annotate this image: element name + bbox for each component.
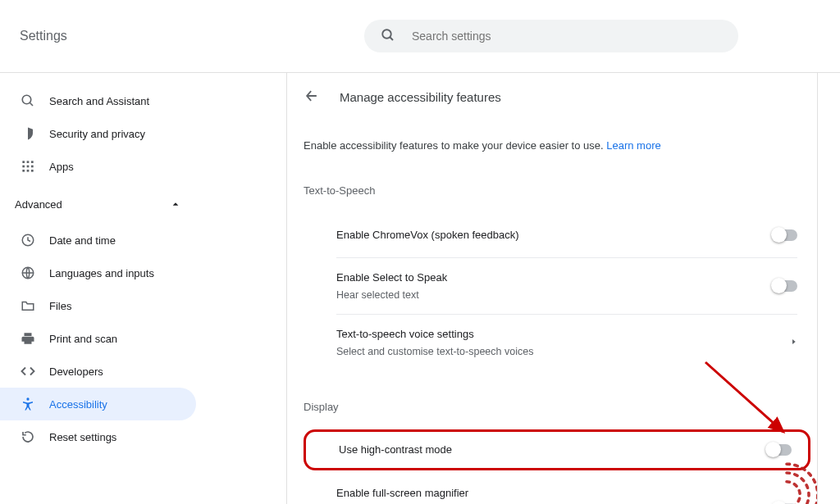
accessibility-icon [20, 396, 36, 412]
sidebar-item-label: Languages and inputs [49, 267, 154, 279]
sidebar-item-label: Developers [49, 366, 103, 378]
search-icon [381, 28, 395, 45]
sidebar-item-languages[interactable]: Languages and inputs [0, 257, 196, 289]
row-tts-voice-settings[interactable]: Text-to-speech voice settings Select and… [287, 315, 817, 370]
svg-point-15 [26, 397, 29, 400]
apps-icon [20, 158, 36, 175]
sidebar-item-label: Files [49, 300, 71, 312]
clock-icon [20, 232, 36, 248]
sidebar-item-print[interactable]: Print and scan [0, 322, 196, 355]
app-header: Settings [0, 0, 840, 73]
page-description: Enable accessibility features to make yo… [287, 139, 817, 152]
print-icon [20, 330, 36, 347]
chevron-up-icon [171, 198, 180, 211]
row-subtitle: Hear selected text [336, 288, 773, 303]
app-title: Settings [20, 29, 67, 43]
sidebar: Search and Assistant Security and privac… [0, 73, 286, 504]
sidebar-item-label: Security and privacy [49, 128, 145, 140]
sidebar-section-advanced[interactable]: Advanced [0, 188, 286, 220]
toggle-select-to-speak[interactable] [773, 280, 797, 292]
svg-line-1 [390, 37, 393, 40]
chevron-right-icon [790, 337, 797, 349]
sidebar-item-label: Search and Assistant [49, 95, 149, 107]
reset-icon [20, 429, 36, 445]
sidebar-item-label: Date and time [49, 234, 116, 247]
sidebar-item-security[interactable]: Security and privacy [0, 117, 196, 150]
shield-icon [20, 125, 36, 142]
sidebar-item-label: Reset settings [49, 431, 116, 443]
sidebar-item-files[interactable]: Files [0, 289, 196, 322]
svg-line-16 [705, 362, 783, 432]
row-chromevox: Enable ChromeVox (spoken feedback) [287, 213, 817, 257]
svg-point-2 [22, 95, 31, 104]
svg-rect-4 [22, 161, 25, 163]
back-arrow-icon[interactable] [304, 88, 320, 107]
sidebar-item-developers[interactable]: Developers [0, 355, 196, 388]
globe-icon [20, 265, 36, 281]
code-icon [20, 363, 36, 379]
toggle-high-contrast[interactable] [767, 444, 792, 456]
sidebar-item-apps[interactable]: Apps [0, 150, 196, 183]
search-icon [20, 93, 36, 109]
svg-rect-12 [31, 170, 34, 172]
sidebar-item-reset[interactable]: Reset settings [0, 420, 196, 453]
row-high-contrast: Use high-contrast mode [306, 432, 808, 468]
sidebar-item-search-assistant[interactable]: Search and Assistant [0, 84, 196, 117]
sidebar-item-date-time[interactable]: Date and time [0, 224, 196, 257]
row-title: Enable ChromeVox (spoken feedback) [336, 227, 773, 243]
page-header: Manage accessibility features [287, 88, 817, 107]
sidebar-item-label: Print and scan [49, 333, 117, 345]
search-input[interactable] [412, 20, 722, 52]
folder-icon [20, 297, 36, 314]
svg-rect-10 [22, 170, 25, 172]
sidebar-item-accessibility[interactable]: Accessibility [0, 388, 196, 420]
sidebar-section-label: Advanced [15, 198, 62, 211]
row-title: Text-to-speech voice settings [336, 326, 790, 343]
section-label-display: Display [287, 401, 817, 413]
main-content: Manage accessibility features Enable acc… [286, 73, 818, 504]
toggle-chromevox[interactable] [773, 229, 797, 241]
row-select-to-speak: Enable Select to Speak Hear selected tex… [287, 258, 817, 314]
annotation-highlight-box: Use high-contrast mode [304, 429, 810, 470]
row-title: Enable full-screen magnifier [336, 485, 773, 502]
svg-rect-6 [31, 161, 34, 163]
learn-more-link[interactable]: Learn more [606, 139, 660, 152]
page-title: Manage accessibility features [340, 90, 501, 104]
svg-rect-8 [27, 166, 30, 168]
row-title: Enable Select to Speak [336, 270, 773, 286]
sidebar-item-label: Accessibility [49, 398, 107, 411]
svg-rect-5 [27, 161, 30, 163]
svg-point-0 [382, 30, 391, 39]
search-bar[interactable] [364, 20, 738, 52]
row-title: Use high-contrast mode [339, 442, 767, 458]
svg-rect-11 [27, 170, 30, 172]
row-subtitle: Select and customise text-to-speech voic… [336, 344, 790, 360]
svg-line-3 [30, 102, 33, 106]
sidebar-item-label: Apps [49, 161, 74, 173]
row-magnifier: Enable full-screen magnifier Press Ctrl+… [287, 470, 817, 505]
section-label-tts: Text-to-Speech [287, 184, 817, 197]
svg-rect-9 [31, 166, 34, 168]
svg-rect-7 [22, 166, 25, 168]
